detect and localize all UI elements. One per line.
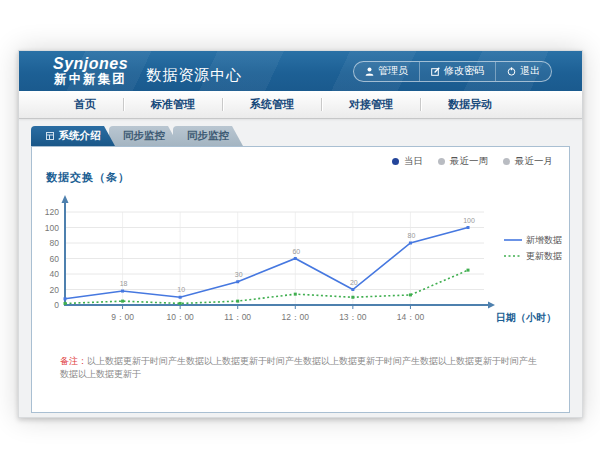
svg-text:60: 60 bbox=[292, 248, 300, 255]
svg-text:新增数据: 新增数据 bbox=[526, 235, 562, 245]
svg-text:10: 10 bbox=[177, 286, 185, 293]
document-grid-icon bbox=[46, 130, 54, 142]
svg-text:0: 0 bbox=[54, 300, 59, 310]
svg-text:80: 80 bbox=[50, 238, 60, 248]
tab-sync-monitor-2[interactable]: 同步监控 bbox=[173, 126, 243, 146]
svg-text:120: 120 bbox=[45, 207, 59, 217]
logo-text-en: Synjones bbox=[53, 56, 128, 73]
tab-label: 系统介绍 bbox=[59, 129, 101, 143]
change-password-button[interactable]: 修改密码 bbox=[419, 62, 495, 81]
nav-item-data-change[interactable]: 数据异动 bbox=[421, 97, 519, 112]
svg-text:10：00: 10：00 bbox=[166, 312, 194, 322]
svg-text:日期（小时）: 日期（小时） bbox=[496, 312, 556, 323]
svg-text:14：00: 14：00 bbox=[397, 312, 425, 322]
nav-item-standard-mgmt[interactable]: 标准管理 bbox=[124, 97, 222, 112]
app-window: Synjones 新中新集团 数据资源中心 管理员 修改密码 退出 bbox=[18, 50, 583, 418]
nav-item-system-mgmt[interactable]: 系统管理 bbox=[223, 97, 321, 112]
svg-text:100: 100 bbox=[463, 217, 475, 224]
user-label: 管理员 bbox=[378, 64, 408, 78]
logout-label: 退出 bbox=[520, 64, 540, 78]
change-password-label: 修改密码 bbox=[444, 64, 484, 78]
svg-text:更新数据: 更新数据 bbox=[526, 251, 562, 261]
svg-text:20: 20 bbox=[350, 279, 358, 286]
svg-text:30: 30 bbox=[235, 271, 243, 278]
footnote: 备注：以上数据更新于时间产生数据以上数据更新于时间产生数据以上数据更新于时间产生… bbox=[60, 355, 540, 380]
svg-text:60: 60 bbox=[50, 254, 60, 264]
tab-label: 同步监控 bbox=[123, 129, 165, 143]
svg-text:40: 40 bbox=[50, 269, 60, 279]
nav-item-home[interactable]: 首页 bbox=[47, 97, 123, 112]
edit-icon bbox=[431, 67, 440, 76]
content-panel: 当日 最近一周 最近一月 数据交换（条） 9：0010：0011：0012：00… bbox=[31, 146, 570, 413]
nav-item-interface-mgmt[interactable]: 对接管理 bbox=[322, 97, 420, 112]
svg-text:20: 20 bbox=[50, 285, 60, 295]
header-user-bar: 管理员 修改密码 退出 bbox=[353, 61, 552, 82]
user-icon bbox=[365, 67, 374, 76]
power-icon bbox=[507, 67, 516, 76]
tab-system-intro[interactable]: 系统介绍 bbox=[31, 126, 115, 146]
svg-text:9：00: 9：00 bbox=[111, 312, 134, 322]
svg-text:100: 100 bbox=[45, 223, 59, 233]
footnote-prefix: 备注： bbox=[60, 356, 87, 366]
page-title: 数据资源中心 bbox=[146, 66, 242, 85]
user-button[interactable]: 管理员 bbox=[354, 62, 419, 81]
footnote-text: 以上数据更新于时间产生数据以上数据更新于时间产生数据以上数据更新于时间产生数据以… bbox=[60, 356, 537, 379]
tab-sync-monitor-1[interactable]: 同步监控 bbox=[109, 126, 179, 146]
tab-bar: 系统介绍 同步监控 同步监控 bbox=[31, 126, 582, 146]
logout-button[interactable]: 退出 bbox=[495, 62, 551, 81]
header: Synjones 新中新集团 数据资源中心 管理员 修改密码 退出 bbox=[19, 51, 582, 91]
svg-text:18: 18 bbox=[120, 280, 128, 287]
svg-text:11：00: 11：00 bbox=[224, 312, 251, 322]
svg-text:12：00: 12：00 bbox=[282, 312, 310, 322]
svg-text:80: 80 bbox=[408, 232, 416, 239]
logo-text-cn: 新中新集团 bbox=[53, 73, 128, 86]
logo: Synjones 新中新集团 bbox=[53, 56, 128, 86]
svg-text:13：00: 13：00 bbox=[339, 312, 367, 322]
tab-label: 同步监控 bbox=[187, 129, 229, 143]
main-nav: 首页 标准管理 系统管理 对接管理 数据异动 bbox=[19, 91, 582, 119]
